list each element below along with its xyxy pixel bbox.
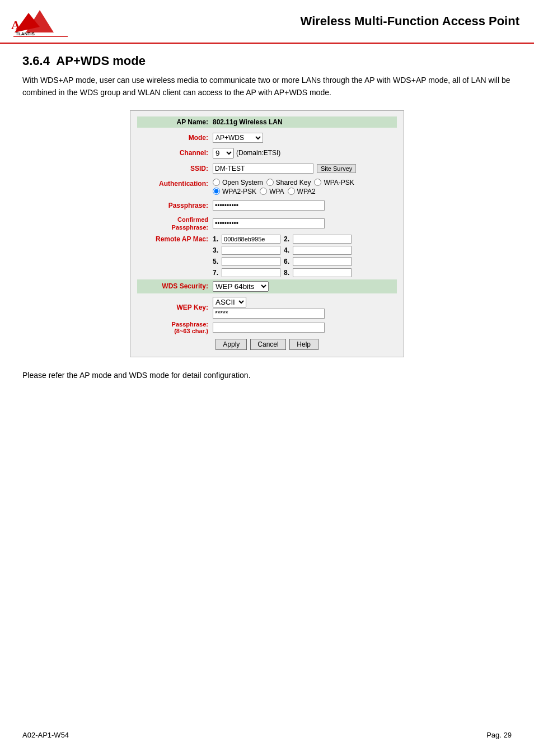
remote-ap-mac-row-12: Remote AP Mac: 1. 2. (137, 235, 397, 244)
remote-ap-mac-row-34: 3. 4. (213, 246, 397, 255)
auth-shared-key-radio[interactable] (266, 179, 274, 186)
auth-wpa2[interactable]: WPA2 (288, 188, 316, 195)
wds-security-select[interactable]: None WEP 64bits WEP 128bits (213, 281, 269, 292)
configuration-form: AP Name: 802.11g Wireless LAN Mode: AP W… (130, 110, 404, 357)
authentication-label: Authentication: (137, 179, 213, 188)
mac-input-4[interactable] (293, 246, 352, 255)
site-survey-button[interactable]: Site Survey (317, 164, 356, 173)
wep-key-content: ASCII HEX (213, 297, 325, 319)
auth-wpa[interactable]: WPA (260, 188, 284, 195)
svg-text:AND: AND (25, 38, 31, 38)
mac-num-2: 2. (284, 235, 289, 243)
authentication-options: Open System Shared Key WPA-PSK WPA2-PSK (213, 179, 392, 195)
channel-domain: (Domain:ETSI) (236, 149, 280, 157)
mode-row: Mode: AP WDS AP+WDS Client (137, 131, 397, 144)
mac-input-1[interactable] (222, 235, 280, 244)
mac-input-3[interactable] (222, 246, 280, 255)
passphrase-wep-content (213, 323, 325, 333)
footer-model: A02-AP1-W54 (22, 731, 69, 739)
channel-row: Channel: 9 (Domain:ETSI) (137, 148, 397, 158)
svg-text:A: A (11, 18, 20, 32)
footer-page: Pag. 29 (486, 731, 512, 739)
ssid-label: SSID: (137, 165, 213, 172)
atlantis-logo: TLANTIS A AND A (9, 4, 71, 38)
confirmed-passphrase-input[interactable] (213, 218, 325, 228)
cancel-button[interactable]: Cancel (250, 339, 285, 350)
auth-open-system-radio[interactable] (213, 179, 220, 186)
auth-open-system[interactable]: Open System (213, 179, 263, 186)
passphrase-input[interactable] (213, 200, 325, 211)
form-buttons: Apply Cancel Help (137, 339, 397, 350)
page-title: Wireless Multi-Function Access Point (82, 14, 525, 29)
mode-label: Mode: (137, 134, 213, 142)
wep-key-label: WEP Key: (137, 304, 213, 311)
apply-button[interactable]: Apply (216, 339, 247, 350)
svg-text:TLANTIS: TLANTIS (16, 31, 35, 36)
section-description: With WDS+AP mode, user can use wireless … (22, 74, 512, 99)
wep-key-row: WEP Key: ASCII HEX (137, 297, 397, 319)
auth-shared-key[interactable]: Shared Key (266, 179, 311, 186)
mac-input-5[interactable] (222, 257, 280, 266)
wep-format-select[interactable]: ASCII HEX (213, 297, 246, 307)
confirmed-passphrase-label: ConfirmedPassphrase: (137, 216, 213, 231)
mac-input-2[interactable] (293, 235, 352, 244)
logo-area: TLANTIS A AND A (9, 4, 82, 38)
ssid-row: SSID: Site Survey (137, 162, 397, 175)
remote-ap-mac-row-78: 7. 8. (213, 268, 397, 277)
mac-fields-12: 1. 2. (213, 235, 352, 244)
mac-input-6[interactable] (293, 257, 352, 266)
page-footer: A02-AP1-W54 Pag. 29 (0, 725, 534, 745)
auth-wpa-psk[interactable]: WPA-PSK (314, 179, 354, 186)
mode-select[interactable]: AP WDS AP+WDS Client (213, 133, 263, 143)
ap-name-row: AP Name: 802.11g Wireless LAN (137, 116, 397, 128)
passphrase-wep-input[interactable] (213, 323, 325, 333)
auth-wpa2-psk[interactable]: WPA2-PSK (213, 188, 256, 195)
passphrase-wep-label: Passphrase:(8~63 char.) (137, 321, 213, 334)
main-content: 3.6.4 AP+WDS mode With WDS+AP mode, user… (0, 44, 534, 396)
mac-num-3: 3. (213, 246, 218, 254)
ssid-input-area: Site Survey (213, 164, 356, 174)
wep-key-input[interactable] (213, 309, 325, 319)
auth-wpa-psk-radio[interactable] (314, 179, 321, 186)
passphrase-row: Passphrase: (137, 199, 397, 212)
auth-wpa2-psk-radio[interactable] (213, 188, 220, 195)
remote-ap-mac-label: Remote AP Mac: (137, 235, 213, 243)
channel-select[interactable]: 9 (213, 148, 234, 158)
ssid-input[interactable] (213, 164, 313, 174)
confirmed-passphrase-row: ConfirmedPassphrase: (137, 216, 397, 231)
wds-security-label: WDS Security: (137, 282, 213, 290)
wep-format-row: ASCII HEX (213, 297, 325, 307)
mac-num-4: 4. (284, 246, 289, 254)
passphrase-label: Passphrase: (137, 202, 213, 209)
channel-label: Channel: (137, 149, 213, 157)
mac-num-1: 1. (213, 235, 218, 243)
note-text: Please refer the AP mode and WDS mode fo… (22, 371, 512, 380)
mac-num-6: 6. (284, 258, 289, 265)
passphrase-wep-row: Passphrase:(8~63 char.) (137, 321, 397, 334)
authentication-row: Authentication: Open System Shared Key W… (137, 179, 397, 195)
auth-wpa-radio[interactable] (260, 188, 267, 195)
help-button[interactable]: Help (289, 339, 318, 350)
ap-name-label: AP Name: (137, 118, 213, 126)
remote-ap-mac-row-56: 5. 6. (213, 257, 397, 266)
wds-security-row: WDS Security: None WEP 64bits WEP 128bit… (137, 279, 397, 293)
auth-wpa2-radio[interactable] (288, 188, 295, 195)
page-header: TLANTIS A AND A Wireless Multi-Function … (0, 0, 534, 44)
mac-input-8[interactable] (293, 268, 352, 277)
mac-num-7: 7. (213, 269, 218, 277)
mac-num-8: 8. (284, 269, 289, 277)
mac-num-5: 5. (213, 258, 218, 265)
section-title: 3.6.4 AP+WDS mode (22, 54, 512, 68)
ap-name-value: 802.11g Wireless LAN (213, 118, 283, 126)
mac-input-7[interactable] (222, 268, 280, 277)
